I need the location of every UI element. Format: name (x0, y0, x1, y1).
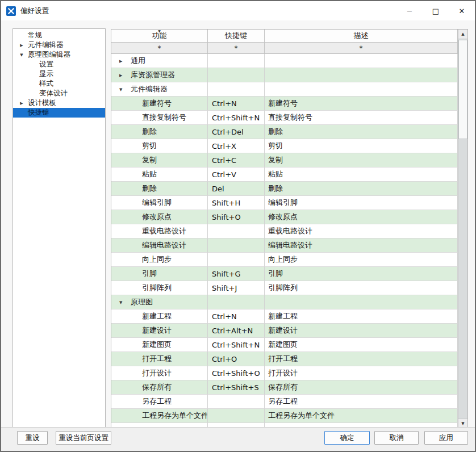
table-row[interactable]: 新建工程 Ctrl+N 新建工程 (111, 309, 458, 324)
tree-expander-icon[interactable] (18, 60, 25, 69)
group-expander-icon[interactable] (119, 395, 126, 409)
table-row[interactable]: ▶ 库资源管理器 (111, 68, 458, 82)
tree-expander-icon[interactable]: ▶ (18, 40, 25, 50)
close-icon[interactable]: ✕ (449, 1, 475, 20)
group-expander-icon[interactable]: ▼ (119, 295, 126, 309)
table-row[interactable]: 复制 Ctrl+C 复制 (111, 153, 458, 168)
cell-function: 粘贴 (111, 168, 208, 182)
description-label: 删除 (268, 127, 283, 137)
table-row[interactable]: 修改原点 Shift+O 修改原点 (111, 210, 458, 224)
group-expander-icon[interactable]: ▶ (119, 54, 126, 68)
cell-shortcut: Ctrl+N (208, 309, 265, 324)
reset-button[interactable]: 重设 (17, 431, 48, 445)
sidebar-tree-item[interactable]: 常规 (13, 31, 105, 40)
table-row[interactable]: 保存所有 Ctrl+Shift+S 保存所有 (111, 380, 458, 395)
filter-input-shortcut[interactable]: * (208, 43, 265, 54)
tree-expander-icon[interactable] (18, 89, 25, 98)
column-header-description[interactable]: 描述 (265, 30, 458, 43)
table-row[interactable]: 新建符号 Ctrl+N 新建符号 (111, 97, 458, 111)
group-expander-icon[interactable]: ▶ (119, 68, 126, 82)
group-expander-icon[interactable] (119, 224, 126, 238)
group-expander-icon[interactable]: ▼ (119, 82, 126, 97)
sidebar-tree-item[interactable]: ▼ 原理图编辑器 (13, 50, 105, 60)
group-expander-icon[interactable] (119, 324, 126, 338)
table-row[interactable]: ▼ 元件编辑器 (111, 82, 458, 97)
sidebar-tree-item[interactable]: ▶ 设计模板 (13, 98, 105, 108)
table-row[interactable]: 删除 Del 删除 (111, 182, 458, 196)
table-row[interactable]: 粘贴 Ctrl+V 粘贴 (111, 168, 458, 182)
table-row[interactable]: 打开设计 Ctrl+Shift+O 打开设计 (111, 366, 458, 380)
group-expander-icon[interactable] (119, 267, 126, 281)
cell-description: 剪切 (265, 139, 458, 153)
tree-expander-icon[interactable] (18, 108, 25, 118)
scrollbar-thumb[interactable] (458, 40, 467, 139)
function-label: 打开设计 (142, 368, 172, 378)
group-expander-icon[interactable] (119, 125, 126, 139)
sidebar-tree-item[interactable]: 快捷键 (13, 108, 105, 118)
tree-expander-icon[interactable] (18, 69, 25, 79)
group-expander-icon[interactable] (119, 210, 126, 224)
filter-input-description[interactable]: * (265, 43, 458, 54)
table-row[interactable]: 另存工程 另存工程 (111, 395, 458, 409)
table-row[interactable]: 直接复制符号 Ctrl+Shift+N 直接复制符号 (111, 111, 458, 125)
group-expander-icon[interactable] (119, 253, 126, 267)
sidebar-tree-item[interactable]: 显示 (13, 69, 105, 79)
group-expander-icon[interactable] (119, 168, 126, 182)
group-expander-icon[interactable] (119, 380, 126, 395)
table-row[interactable]: 引脚 Shift+G 引脚 (111, 267, 458, 281)
vertical-scrollbar[interactable]: ▲ ▼ (458, 30, 467, 428)
ok-button[interactable]: 确定 (324, 431, 370, 445)
table-row[interactable]: 新建设计 Ctrl+Alt+N 新建设计 (111, 324, 458, 338)
table-row[interactable]: 引脚阵列 Shift+J 引脚阵列 (111, 281, 458, 295)
table-row[interactable]: 打开工程 Ctrl+O 打开工程 (111, 352, 458, 366)
cell-description: 向上同步 (265, 253, 458, 267)
minimize-icon[interactable]: ─ (396, 1, 423, 20)
group-expander-icon[interactable] (119, 111, 126, 125)
cell-shortcut (208, 253, 265, 267)
filter-input-function[interactable]: * (111, 43, 208, 54)
tree-expander-icon[interactable] (18, 79, 25, 89)
tree-expander-icon[interactable]: ▶ (18, 98, 25, 108)
reset-current-page-button[interactable]: 重设当前页设置 (56, 431, 111, 445)
scroll-up-icon[interactable]: ▲ (458, 30, 467, 39)
table-row[interactable]: 向上同步 向上同步 (111, 253, 458, 267)
maximize-icon[interactable]: □ (423, 1, 449, 20)
group-expander-icon[interactable] (119, 182, 126, 196)
sidebar-tree-item[interactable]: ▶ 元件编辑器 (13, 40, 105, 50)
cell-function: 重载电路设计 (111, 224, 208, 238)
table-row[interactable]: 编辑引脚 Shift+H 编辑引脚 (111, 196, 458, 210)
table-row[interactable]: 工程另存为单个文件 工程另存为单个文件 (111, 409, 458, 423)
shortcut-table: ▼ 功能 快捷键 描述 * * * ▶ 通用 (111, 29, 468, 429)
group-expander-icon[interactable] (119, 352, 126, 366)
table-row[interactable]: 删除 Ctrl+Del 删除 (111, 125, 458, 139)
description-label: 修改原点 (268, 212, 298, 222)
table-row[interactable]: ▶ 通用 (111, 54, 458, 68)
sidebar-tree-item[interactable]: 变体设计 (13, 89, 105, 98)
group-expander-icon[interactable] (119, 409, 126, 423)
tree-expander-icon[interactable]: ▼ (18, 50, 25, 60)
sidebar-tree-item[interactable]: 设置 (13, 60, 105, 69)
function-label: 库资源管理器 (131, 70, 175, 80)
group-expander-icon[interactable] (119, 338, 126, 352)
group-expander-icon[interactable] (119, 153, 126, 168)
table-row[interactable]: 新建图页 Ctrl+Shift+N 新建图页 (111, 338, 458, 352)
tree-item-label: 显示 (39, 69, 53, 79)
group-expander-icon[interactable] (119, 196, 126, 210)
group-expander-icon[interactable] (119, 281, 126, 295)
cancel-button[interactable]: 取消 (374, 431, 419, 445)
table-row[interactable]: ▼ 原理图 (111, 295, 458, 309)
table-row[interactable]: 剪切 Ctrl+X 剪切 (111, 139, 458, 153)
cell-description: 引脚 (265, 267, 458, 281)
group-expander-icon[interactable] (119, 309, 126, 324)
group-expander-icon[interactable] (119, 97, 126, 111)
column-header-shortcut[interactable]: 快捷键 (208, 30, 265, 43)
apply-button[interactable]: 应用 (424, 431, 468, 445)
group-expander-icon[interactable] (119, 139, 126, 153)
sidebar-tree-item[interactable]: 样式 (13, 79, 105, 89)
group-expander-icon[interactable] (119, 238, 126, 253)
group-expander-icon[interactable] (119, 366, 126, 380)
table-row[interactable]: 编辑电路设计 编辑电路设计 (111, 238, 458, 253)
tree-expander-icon[interactable] (18, 31, 25, 40)
column-header-function[interactable]: ▼ 功能 (111, 30, 208, 43)
table-row[interactable]: 重载电路设计 重载电路设计 (111, 224, 458, 238)
